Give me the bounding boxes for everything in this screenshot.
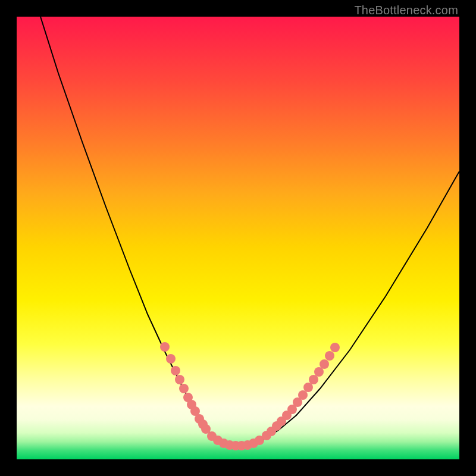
curve-marker [298, 390, 308, 400]
curve-marker [175, 375, 184, 384]
curve-marker [160, 342, 170, 352]
curve-marker [330, 343, 340, 352]
curve-marker [179, 384, 189, 393]
curve-marker [320, 359, 329, 369]
curve-marker [171, 366, 180, 375]
watermark-text: TheBottleneck.com [354, 4, 458, 17]
curve-marker [314, 367, 324, 377]
chart-svg [17, 17, 459, 459]
curve-marker [325, 351, 334, 361]
curve-marker [303, 383, 313, 392]
curve-marker [309, 375, 318, 384]
bottleneck-curve [40, 17, 459, 445]
curve-marker [166, 354, 176, 364]
